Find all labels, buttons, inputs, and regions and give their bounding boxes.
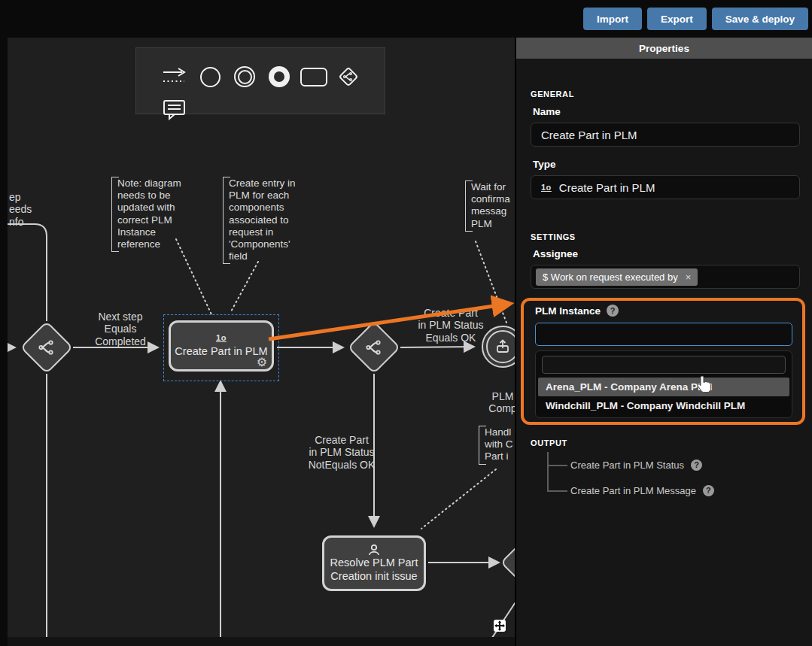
intermediate-event-tool-icon[interactable] <box>228 62 261 92</box>
help-icon[interactable]: ? <box>703 485 714 496</box>
section-output: OUTPUT <box>531 438 800 447</box>
event-label: PLM Comp <box>476 390 515 415</box>
flow-gateway2-to-event[interactable] <box>400 347 474 347</box>
help-icon[interactable]: ? <box>607 305 619 317</box>
import-button[interactable]: Import <box>583 8 642 30</box>
branch-icon <box>38 338 56 356</box>
edge-label-next-step: Next step Equals Completed <box>81 311 160 347</box>
name-input[interactable] <box>531 123 800 147</box>
branch-icon <box>365 338 383 356</box>
tree-line <box>547 490 567 492</box>
name-label: Name <box>533 106 800 117</box>
plm-instance-label: PLM Instance <box>535 305 601 317</box>
annotation-create-entry[interactable]: Create entry in PLM for each components … <box>223 177 306 264</box>
chip-remove-icon[interactable]: × <box>686 271 692 283</box>
task-type-icon: 1o <box>541 183 552 192</box>
tree-line <box>547 465 567 466</box>
task-resolve-plm-part[interactable]: Resolve PLM Part Creation init issue <box>322 535 426 591</box>
task-label: Create Part in PLM <box>175 344 267 358</box>
save-deploy-button[interactable]: Save & deploy <box>712 8 808 30</box>
canvas-bottom-edge <box>8 637 515 646</box>
move-handle-icon[interactable] <box>494 620 506 632</box>
annotation-note[interactable]: Note: diagram needs to be updated with c… <box>111 177 187 252</box>
annotation-wait[interactable]: Wait for confirma messag PLM <box>465 180 515 232</box>
association-entry-to-task[interactable] <box>230 262 258 313</box>
top-toolbar: Import Export Save & deploy <box>0 0 812 38</box>
gear-icon[interactable]: ⚙ <box>257 356 267 368</box>
gateway-tool-icon[interactable] <box>332 62 365 92</box>
panel-title: Properties <box>516 38 812 59</box>
assignee-chip[interactable]: $ Work on request executed by × <box>536 268 698 286</box>
type-label: Type <box>533 159 800 170</box>
shape-palette <box>135 47 385 114</box>
export-button[interactable]: Export <box>647 8 707 30</box>
output-item-message: Create Part in PLM Message <box>570 485 696 496</box>
plm-instance-highlight: PLM Instance ? Arena_PLM - Company Arena… <box>521 298 805 425</box>
type-value: Create Part in PLM <box>559 181 655 194</box>
start-event-tool-icon[interactable] <box>193 62 227 92</box>
connection-tool-icon[interactable] <box>159 62 192 92</box>
diagram-canvas[interactable]: ep eeds nfo Note: diagram needs to be up… <box>8 38 515 637</box>
task-tool-icon[interactable] <box>297 62 330 92</box>
properties-panel: Properties GENERAL Name Type 1o Create P… <box>515 38 812 646</box>
task-type-icon: 1o <box>216 334 227 342</box>
output-tree: Create Part in PLM Status ? Create Part … <box>531 452 800 503</box>
section-settings: SETTINGS <box>531 232 800 241</box>
task-create-part-in-plm[interactable]: 1o Create Part in PLM ⚙ <box>169 320 274 372</box>
assignee-chip-label: $ Work on request executed by <box>543 271 678 283</box>
dropdown-option-arena[interactable]: Arena_PLM - Company Arena PLM <box>538 378 789 396</box>
assignee-field[interactable]: $ Work on request executed by × <box>531 265 800 289</box>
annotation-handle[interactable]: Handl with C Part i <box>479 426 515 465</box>
event-inner-ring <box>486 330 515 363</box>
section-general: GENERAL <box>531 89 800 99</box>
dropdown-option-windchill[interactable]: Windchill_PLM - Company Windchill PLM <box>538 396 789 415</box>
end-event-tool-icon[interactable] <box>263 62 296 92</box>
type-field[interactable]: 1o Create Part in PLM <box>531 175 800 199</box>
user-icon <box>367 544 381 556</box>
plm-instance-dropdown: Arena_PLM - Company Arena PLM Windchill_… <box>535 350 792 418</box>
clipped-left-label: ep eeds nfo <box>9 191 32 228</box>
dropdown-search-input[interactable] <box>542 356 786 374</box>
output-item-status: Create Part in PLM Status <box>570 459 684 471</box>
edge-label-equals-ok: Create Part in PLM Status Equals OK <box>409 307 493 344</box>
send-icon <box>494 338 511 355</box>
tree-line <box>547 452 549 491</box>
association-handle-to-resolve[interactable] <box>421 469 496 529</box>
flow-top-left-corner[interactable] <box>8 224 47 321</box>
annotation-tool-icon[interactable] <box>159 95 192 125</box>
plm-instance-input[interactable] <box>535 323 792 346</box>
edge-label-notequals-ok: Create Part in PLM Status NotEquals OK <box>306 434 378 471</box>
help-icon[interactable]: ? <box>691 459 702 471</box>
task-label: Resolve PLM Part Creation init issue <box>330 556 418 583</box>
assignee-label: Assignee <box>533 248 800 259</box>
